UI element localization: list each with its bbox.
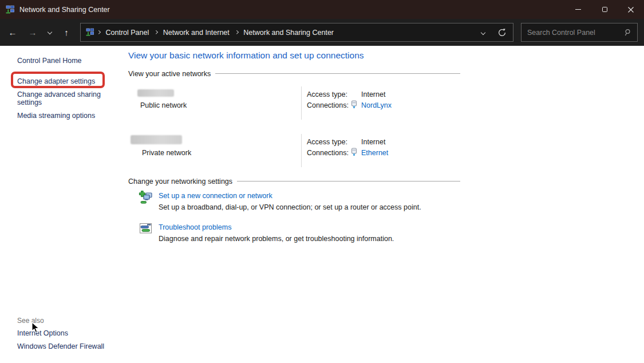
ethernet-plug-icon — [351, 148, 357, 156]
access-type-label: Access type: — [307, 90, 347, 98]
breadcrumb-control-panel[interactable]: Control Panel — [103, 29, 152, 37]
address-dropdown-chevron-icon[interactable] — [481, 30, 485, 34]
maximize-icon — [602, 7, 607, 12]
connection-link-ethernet[interactable]: Ethernet — [361, 149, 388, 157]
networking-settings-header-text: Change your networking settings — [128, 177, 232, 186]
breadcrumb-separator-icon — [97, 30, 100, 34]
network-icon — [6, 5, 15, 14]
navigation-bar: ← → ↑ Control Panel Network and Internet… — [0, 19, 644, 46]
titlebar: Network and Sharing Center — [0, 0, 644, 19]
active-networks-header-text: View your active networks — [128, 70, 211, 78]
setup-new-connection-description: Set up a broadband, dial-up, or VPN conn… — [159, 203, 421, 211]
connections-label: Connections: — [307, 101, 349, 109]
breadcrumb-separator-icon — [235, 30, 238, 34]
window-controls — [565, 0, 644, 19]
refresh-button[interactable] — [497, 28, 507, 37]
content-area: Control Panel Home Change adapter settin… — [0, 46, 644, 363]
search-box — [521, 23, 638, 42]
ethernet-plug-icon — [351, 100, 357, 109]
recent-pages-button[interactable] — [42, 24, 57, 40]
breadcrumb-network-and-internet[interactable]: Network and Internet — [160, 29, 232, 37]
sidebar-item-change-adapter-settings[interactable]: Change adapter settings — [17, 78, 95, 86]
sidebar-item-media-streaming-options[interactable]: Media streaming options — [17, 112, 95, 120]
close-icon — [627, 6, 634, 13]
search-icon[interactable] — [623, 29, 631, 37]
sidebar-item-internet-options[interactable]: Internet Options — [17, 330, 68, 338]
breadcrumb-separator-icon — [154, 30, 157, 34]
access-type-label: Access type: — [307, 138, 347, 146]
breadcrumb-network-and-sharing-center[interactable]: Network and Sharing Center — [240, 29, 337, 37]
new-connection-icon — [139, 190, 154, 206]
section-rule — [215, 73, 460, 74]
mouse-cursor — [31, 322, 41, 334]
search-input[interactable] — [521, 29, 623, 37]
access-type-value: Internet — [361, 90, 385, 98]
up-button[interactable]: ↑ — [59, 24, 74, 40]
troubleshoot-problems-link[interactable]: Troubleshoot problems — [159, 223, 231, 231]
networking-settings-section-header: Change your networking settings — [128, 177, 460, 186]
maximize-button[interactable] — [591, 0, 618, 19]
refresh-icon — [497, 28, 507, 37]
network-profile: Private network — [142, 149, 191, 157]
minimize-button[interactable] — [565, 0, 591, 19]
network-divider — [301, 134, 302, 167]
troubleshoot-problems-description: Diagnose and repair network problems, or… — [159, 235, 394, 243]
minimize-icon — [575, 9, 581, 10]
sidebar-item-control-panel-home[interactable]: Control Panel Home — [17, 57, 82, 65]
connection-link-nordlynx[interactable]: NordLynx — [361, 101, 392, 109]
network-icon — [86, 28, 94, 37]
close-button[interactable] — [618, 0, 644, 19]
network-name-redacted — [131, 135, 182, 144]
network-divider — [301, 86, 302, 120]
access-type-value: Internet — [361, 138, 385, 146]
connections-label: Connections: — [307, 149, 349, 157]
network-profile: Public network — [140, 101, 187, 109]
setup-new-connection-link[interactable]: Set up a new connection or network — [159, 192, 272, 200]
troubleshoot-icon — [139, 222, 153, 236]
back-button[interactable]: ← — [5, 24, 21, 40]
forward-button[interactable]: → — [25, 24, 41, 40]
network-name-redacted — [137, 89, 174, 97]
sidebar-item-windows-defender-firewall[interactable]: Windows Defender Firewall — [17, 343, 104, 351]
sidebar-item-change-advanced-sharing-settings[interactable]: Change advanced sharing settings — [17, 91, 108, 106]
address-bar[interactable]: Control Panel Network and Internet Netwo… — [80, 23, 513, 42]
section-rule — [237, 181, 460, 182]
network-sharing-center-window: Network and Sharing Center ← → ↑ Control… — [0, 0, 644, 363]
active-networks-section-header: View your active networks — [128, 69, 460, 78]
window-title: Network and Sharing Center — [19, 6, 110, 14]
page-title: View your basic network information and … — [128, 50, 364, 61]
chevron-down-icon — [48, 30, 52, 34]
